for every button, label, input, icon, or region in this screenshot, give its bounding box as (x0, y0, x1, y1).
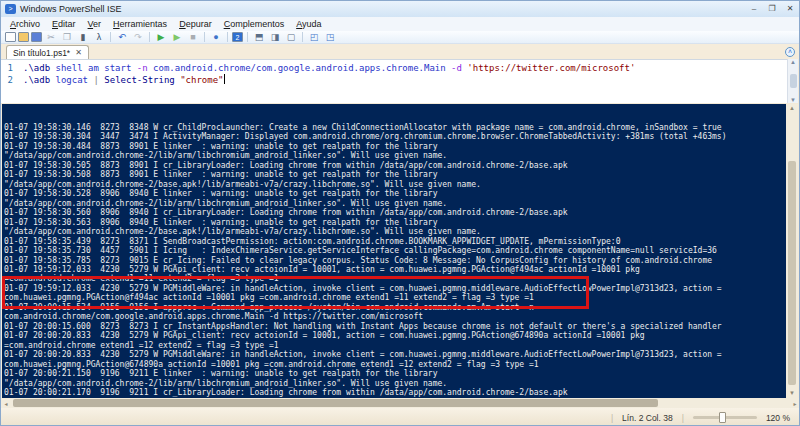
tab-close-icon[interactable]: ✕ (75, 48, 82, 57)
status-bar: | Lín. 2 Col. 38 | 120 % (1, 408, 799, 426)
app-icon: > (5, 4, 16, 14)
zoom-slider[interactable] (693, 416, 757, 419)
console-line: 01-07 20:00:20.833 4230 5279 W PGApi_cli… (4, 331, 788, 340)
clear-console-icon[interactable]: λ (92, 31, 106, 43)
script-pane-up-icon[interactable]: ◰ (307, 31, 321, 43)
title-bar: > Windows PowerShell ISE – ❐ ✕ (1, 1, 799, 17)
minimize-icon[interactable]: – (745, 2, 763, 16)
code-token: -d (451, 62, 467, 74)
console-line: 01-07 19:58:30.304 3447 3474 I ActivityM… (4, 132, 788, 141)
scroll-left-icon[interactable]: ◂ (1, 400, 11, 407)
window-title: Windows PowerShell ISE (20, 4, 122, 14)
tab-row: Sin título1.ps1* ✕ ˄ (1, 44, 799, 59)
menu-item[interactable]: Ver (82, 19, 108, 29)
menu-item[interactable]: Herramientas (107, 19, 173, 29)
console-line: 01-07 19:58:35.785 8273 9015 E cr_Icing:… (4, 256, 788, 265)
code-token: Select-String (104, 74, 180, 86)
line-col-indicator: Lín. 2 Col. 38 (622, 413, 673, 423)
console-line: com.android.chrome/com.google.android.ap… (4, 312, 788, 321)
scrollbar-thumb[interactable] (13, 399, 658, 407)
menu-item[interactable]: Complementos (218, 19, 291, 29)
code-token: .\adb (23, 74, 56, 86)
editor-line[interactable]: 1.\adb shell am start -n com.android.chr… (1, 62, 788, 74)
console-line: 01-07 20:00:15.600 8273 8273 I cr_Instan… (4, 322, 788, 331)
close-icon[interactable]: ✕ (781, 2, 799, 16)
console-line: 01-07 19:58:30.560 8906 8940 I cr_Librar… (4, 208, 788, 217)
layout-max-icon[interactable]: ▢ (284, 31, 298, 43)
undo-icon[interactable]: ↶ (115, 31, 129, 43)
console-hscrollbar[interactable]: ◂ ▸ (1, 398, 800, 408)
editor-line[interactable]: 2.\adb logcat | Select-String "chrome" (1, 74, 788, 86)
powershell-icon[interactable]: 2 (232, 32, 243, 42)
console-line: 01-07 20:00:21.170 9196 9211 I cr_Librar… (4, 388, 788, 397)
console-pane[interactable]: 01-07 19:58:30.146 8273 8348 W cr_ChildP… (2, 104, 788, 398)
console-line: 01-07 19:58:35.439 8273 8371 I SendBroad… (4, 237, 788, 246)
scroll-down-icon[interactable]: ▼ (789, 389, 795, 398)
remote-tab-icon[interactable]: ● (209, 31, 223, 43)
save-icon[interactable] (31, 32, 42, 42)
redo-icon[interactable]: ↷ (131, 31, 145, 43)
stop-icon[interactable]: ■ (186, 31, 200, 43)
console-line: "/data/app/com.android.chrome-2/base.apk… (4, 180, 788, 189)
menu-item[interactable]: Depurar (173, 19, 218, 29)
toolbar-separator (302, 32, 303, 42)
code-token: -n (137, 62, 153, 74)
code-token: logcat (56, 74, 94, 86)
toolbar-separator (110, 32, 111, 42)
editor-scrollbar[interactable]: ▲ ▼ (787, 59, 798, 103)
status-separator: | (611, 413, 613, 423)
scrollbar-track[interactable] (11, 398, 790, 408)
console-line: =com.android.chrome extend1 =12 extend2 … (4, 341, 788, 350)
console-output: 01-07 19:58:30.146 8273 8348 W cr_ChildP… (4, 123, 788, 398)
scrollbar-thumb[interactable] (788, 161, 796, 385)
zoom-slider-thumb[interactable] (719, 412, 726, 423)
menu-item[interactable]: Editar (46, 19, 82, 29)
toolbar-separator (149, 32, 150, 42)
console-line: 01-07 19:59:12.033 4230 5279 W PGApi_cli… (4, 265, 788, 274)
editor-lines: 1.\adb shell am start -n com.android.chr… (1, 62, 788, 86)
code-token: 'https://twitter.com/microsoft' (467, 62, 635, 74)
scroll-down-icon[interactable]: ▼ (790, 97, 796, 103)
script-pane-down-icon[interactable]: ◳ (323, 31, 337, 43)
layout-top-icon[interactable]: ⬒ (252, 31, 266, 43)
script-editor[interactable]: 1.\adb shell am start -n com.android.chr… (1, 59, 788, 103)
console-line: "/data/app/com.android.chrome-2/base.apk… (4, 227, 788, 236)
tab-sin-titulo1[interactable]: Sin título1.ps1* ✕ (6, 45, 89, 59)
open-script-icon[interactable] (18, 32, 29, 42)
copy-icon[interactable]: ❐ (60, 31, 74, 43)
restore-icon[interactable]: ❐ (763, 2, 781, 16)
console-vscrollbar[interactable]: ▲ ▼ (786, 104, 798, 398)
new-script-icon[interactable] (5, 32, 16, 42)
console-line: 01-07 20:00:20.833 4230 5279 W PGMiddleW… (4, 350, 788, 359)
cut-icon[interactable]: ✂ (44, 31, 58, 43)
run-selection-icon[interactable]: ▶ (170, 31, 184, 43)
scroll-up-icon[interactable]: ▲ (790, 59, 796, 65)
line-number: 1 (1, 62, 23, 74)
layout-right-icon[interactable]: ◨ (268, 31, 282, 43)
code-token: .\adb (23, 62, 56, 74)
console-line: 01-07 19:58:35.730 4457 5901 I Icing : I… (4, 246, 788, 255)
scroll-up-icon[interactable]: ▲ (789, 104, 795, 113)
toolbar: ✂❐▮λ↶↷▶▶■●2⬒◨▢◰◳ (1, 31, 799, 44)
code-token: shell am start (56, 62, 137, 74)
toolbar-separator (204, 32, 205, 42)
window-controls: – ❐ ✕ (745, 2, 799, 16)
code-token: com.android.chrome/com.google.android.ap… (153, 62, 451, 74)
paste-icon[interactable]: ▮ (76, 31, 90, 43)
menu-item[interactable]: Ayuda (290, 19, 327, 29)
menu-item[interactable]: Archivo (4, 19, 46, 29)
code-token: "chrome" (180, 74, 223, 86)
run-script-icon[interactable]: ▶ (154, 31, 168, 43)
console-line: =com.android.chrome extend1 =11 extend2 … (4, 274, 788, 283)
console-line: 01-07 19:58:30.505 8873 8901 I cr_Librar… (4, 161, 788, 170)
scrollbar-thumb[interactable] (790, 74, 797, 88)
collapse-script-pane-icon[interactable]: ˄ (785, 47, 795, 57)
scrollbar-track[interactable] (786, 113, 798, 389)
console-line: 01-07 19:58:30.528 8906 8940 E linker : … (4, 189, 788, 198)
console-line: 01-07 19:59:12.033 4230 5279 W PGMiddleW… (4, 284, 788, 293)
console-line: com.huawei.pgmng.PGAction@674890a action… (4, 360, 788, 369)
menu-bar: ArchivoEditarVerHerramientasDepurarCompl… (1, 17, 799, 31)
zoom-level: 120 % (766, 413, 790, 423)
scroll-right-icon[interactable]: ▸ (790, 400, 800, 407)
console-line: com.huawei.pgmng.PGAction@f494ac actionI… (4, 293, 788, 302)
